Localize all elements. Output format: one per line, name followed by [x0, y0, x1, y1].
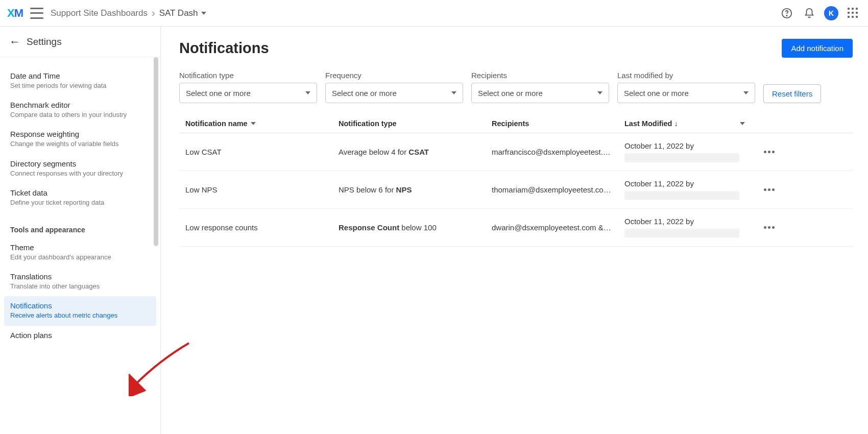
th-name[interactable]: Notification name [179, 119, 332, 128]
filter-frequency: Frequency Select one or more [325, 71, 463, 103]
back-arrow-icon[interactable]: ← [9, 36, 20, 47]
hamburger-icon[interactable] [30, 8, 43, 19]
app-launcher-icon[interactable] [846, 6, 861, 21]
sidebar-scroll[interactable]: Date and Time Set time periods for viewi… [0, 57, 160, 434]
page-header: Notifications Add notification [179, 39, 853, 58]
sidebar-item-date-and-time[interactable]: Date and Time Set time periods for viewi… [0, 66, 160, 95]
sidebar-item-notifications[interactable]: Notifications Receive alerts about metri… [4, 296, 156, 325]
topbar: XM Support Site Dashboards SAT Dash K [0, 0, 868, 27]
sidebar-item-label: Response weighting [10, 130, 150, 138]
sidebar-item-theme[interactable]: Theme Edit your dashboard's appearance [0, 238, 160, 267]
xm-logo[interactable]: XM [7, 7, 23, 20]
cell-type: Response Count below 100 [332, 223, 486, 232]
row-menu-button[interactable] [751, 188, 787, 191]
redacted-name [624, 153, 739, 162]
sidebar-item-sub: Define your ticket reporting data [10, 198, 150, 207]
th-recipients[interactable]: Recipients [486, 119, 618, 128]
sidebar-item-sub: Connect responses with your directory [10, 169, 150, 178]
chevron-down-icon [740, 122, 745, 125]
filter-label: Recipients [471, 71, 609, 80]
svg-point-1 [786, 15, 787, 15]
sidebar-header: ← Settings [0, 27, 160, 57]
sidebar-item-label: Directory segments [10, 159, 150, 168]
chevron-down-icon [451, 91, 456, 94]
sidebar-item-sub: Translate into other languages [10, 282, 150, 291]
page-title: Notifications [179, 40, 269, 57]
sidebar-item-label: Action plans [10, 331, 150, 340]
cell-modified: October 11, 2022 by [618, 217, 751, 238]
chevron-down-icon [743, 91, 749, 94]
bell-icon[interactable] [802, 6, 817, 21]
settings-title: Settings [27, 36, 62, 47]
redacted-name [624, 191, 739, 200]
cell-modified: October 11, 2022 by [618, 141, 751, 162]
sidebar-item-sub: Compare data to others in your industry [10, 110, 150, 119]
filter-type-select[interactable]: Select one or more [179, 83, 317, 103]
table-header: Notification name Notification type Reci… [179, 114, 853, 133]
main-content: Notifications Add notification Notificat… [161, 27, 868, 434]
sidebar-item-label: Translations [10, 272, 150, 281]
select-placeholder: Select one or more [332, 89, 397, 98]
sidebar-item-sub: Receive alerts about metric changes [10, 311, 150, 320]
cell-recipients: thomariam@dsxemployeetest.com#qu [486, 185, 618, 194]
filters-row: Notification type Select one or more Fre… [179, 71, 853, 103]
table-row: Low response counts Response Count below… [179, 209, 853, 247]
sort-down-icon: ↓ [674, 119, 678, 128]
filter-recipients: Recipients Select one or more [471, 71, 609, 103]
sidebar-item-label: Theme [10, 243, 150, 252]
sidebar-item-directory-segments[interactable]: Directory segments Connect responses wit… [0, 154, 160, 183]
sidebar-item-ticket-data[interactable]: Ticket data Define your ticket reporting… [0, 183, 160, 212]
th-label: Notification type [339, 119, 397, 128]
filter-recipients-select[interactable]: Select one or more [471, 83, 609, 103]
sidebar-item-benchmark-editor[interactable]: Benchmark editor Compare data to others … [0, 95, 160, 125]
th-last-modified[interactable]: Last Modified ↓ [618, 119, 751, 128]
sidebar-item-action-plans[interactable]: Action plans [0, 326, 160, 346]
row-menu-button[interactable] [751, 151, 787, 153]
th-label: Notification name [185, 119, 248, 128]
sidebar-item-response-weighting[interactable]: Response weighting Change the weights of… [0, 125, 160, 154]
modified-date: October 11, 2022 by [624, 179, 745, 188]
filter-label: Frequency [325, 71, 463, 80]
chevron-down-icon [597, 91, 602, 94]
th-type[interactable]: Notification type [332, 119, 486, 128]
select-placeholder: Select one or more [624, 89, 689, 98]
chevron-right-icon [152, 7, 155, 19]
filter-modified-select[interactable]: Select one or more [617, 83, 755, 103]
add-notification-button[interactable]: Add notification [782, 39, 853, 58]
row-menu-button[interactable] [751, 226, 787, 229]
th-label: Recipients [492, 119, 529, 128]
filter-label: Notification type [179, 71, 317, 80]
cell-name: Low NPS [179, 185, 332, 194]
sidebar-section-label: Tools and appearance [0, 212, 160, 238]
sidebar-item-label: Benchmark editor [10, 101, 150, 109]
redacted-name [624, 229, 739, 238]
filter-type: Notification type Select one or more [179, 71, 317, 103]
sidebar-item-sub: Change the weights of variable fields [10, 139, 150, 149]
help-icon[interactable] [779, 6, 794, 21]
avatar[interactable]: K [824, 6, 838, 20]
cell-type: NPS below 6 for NPS [332, 185, 486, 194]
cell-recipients: dwarin@dsxemployeetest.com & 1 other [486, 223, 618, 232]
sidebar-item-translations[interactable]: Translations Translate into other langua… [0, 267, 160, 296]
filter-frequency-select[interactable]: Select one or more [325, 83, 463, 103]
sidebar-item-sub: Edit your dashboard's appearance [10, 253, 150, 262]
cell-type: Average below 4 for CSAT [332, 148, 486, 156]
reset-filters-button[interactable]: Reset filters [763, 84, 821, 103]
cell-name: Low CSAT [179, 148, 332, 156]
chevron-down-icon [251, 122, 256, 125]
sidebar-item-label: Date and Time [10, 71, 150, 80]
filter-label: Last modified by [617, 71, 755, 80]
select-placeholder: Select one or more [186, 89, 251, 98]
sidebar-item-label: Ticket data [10, 188, 150, 197]
cell-name: Low response counts [179, 223, 332, 232]
breadcrumb-parent[interactable]: Support Site Dashboards [51, 8, 148, 18]
notifications-table: Notification name Notification type Reci… [179, 114, 853, 247]
select-placeholder: Select one or more [478, 89, 543, 98]
th-label: Last Modified [624, 119, 672, 128]
sidebar: ← Settings Date and Time Set time period… [0, 27, 161, 434]
chevron-down-icon [305, 91, 310, 94]
filter-modified: Last modified by Select one or more [617, 71, 755, 103]
chevron-down-icon [201, 12, 206, 15]
cell-recipients: marfrancisco@dsxemployeetest.com# [486, 148, 618, 156]
breadcrumb-current[interactable]: SAT Dash [159, 8, 206, 18]
